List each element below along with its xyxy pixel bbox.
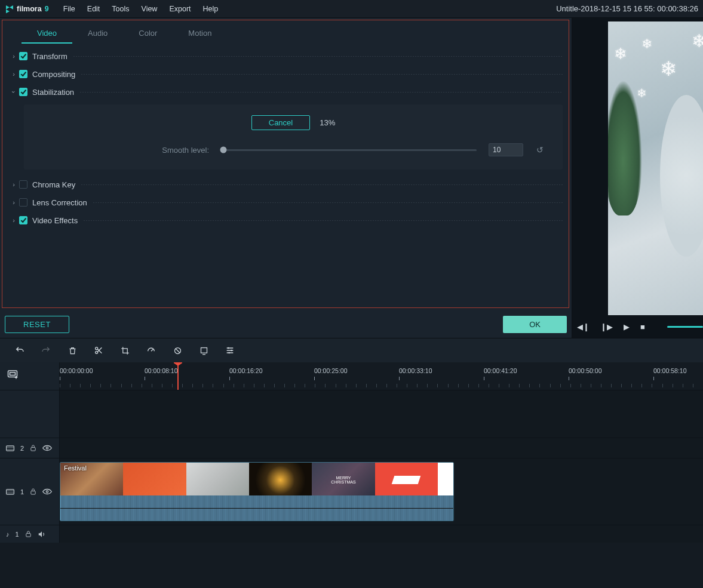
ruler-mark: 00:00:08:10 xyxy=(145,367,177,380)
project-title: Untitle-2018-12-15 15 16 55: 00:00:38:26 xyxy=(556,4,698,13)
tab-audio[interactable]: Audio xyxy=(72,24,123,44)
play-button[interactable]: ▶ xyxy=(624,322,630,331)
checkbox-stabilization[interactable] xyxy=(19,88,27,96)
preview-panel: ❄ ❄ ❄ ❄ ❄ ❄ ◀❙ ❙▶ ▶ ■ xyxy=(572,18,703,338)
stabilization-panel: Cancel 13% Smooth level: 10 ↺ xyxy=(24,104,563,170)
menu-export[interactable]: Export xyxy=(163,5,197,13)
smooth-level-label: Smooth level: xyxy=(42,146,209,155)
smooth-level-slider[interactable] xyxy=(221,149,477,151)
crop-icon[interactable] xyxy=(119,345,130,356)
video-track-icon xyxy=(6,445,14,452)
svg-rect-7 xyxy=(7,445,14,450)
lock-icon[interactable] xyxy=(25,530,32,538)
track-area[interactable] xyxy=(60,390,703,438)
chevron-right-icon: › xyxy=(8,53,19,60)
lock-icon[interactable] xyxy=(30,488,36,495)
chevron-right-icon: › xyxy=(8,70,19,78)
stop-button[interactable]: ■ xyxy=(640,322,645,331)
track-audio-1: ♪ 1 xyxy=(0,525,703,543)
lock-icon[interactable] xyxy=(30,444,36,452)
track-area[interactable] xyxy=(60,438,703,458)
svg-point-9 xyxy=(46,447,48,449)
delete-icon[interactable] xyxy=(67,345,78,356)
stabilization-progress: 13% xyxy=(320,118,335,127)
menu-file[interactable]: File xyxy=(57,5,81,13)
chevron-right-icon: › xyxy=(8,181,19,188)
ok-button[interactable]: OK xyxy=(503,316,567,333)
app-name: filmora xyxy=(17,5,42,13)
reset-button[interactable]: RESET xyxy=(5,316,69,333)
row-lens-correction[interactable]: › Lens Correction xyxy=(8,193,563,211)
eye-icon[interactable] xyxy=(42,488,52,495)
audio-track-icon: ♪ xyxy=(6,531,10,538)
svg-point-12 xyxy=(46,491,48,492)
row-transform[interactable]: › Transform xyxy=(8,47,563,65)
ruler-mark: 00:00:41:20 xyxy=(484,367,517,380)
tab-video[interactable]: Video xyxy=(22,24,72,44)
speaker-icon[interactable] xyxy=(38,531,46,538)
track-area[interactable] xyxy=(60,525,703,543)
adjust-icon[interactable] xyxy=(225,345,235,356)
track-video-2: 2 xyxy=(0,438,703,458)
row-stabilization[interactable]: › Stabilization xyxy=(8,83,563,101)
video-clip[interactable]: Festival MERRYCHRISTMAS xyxy=(60,462,454,521)
play-controls: ◀❙ ❙▶ ▶ ■ xyxy=(572,315,703,338)
label-compositing: Compositing xyxy=(32,70,75,79)
checkbox-transform[interactable] xyxy=(19,52,27,60)
smooth-level-value[interactable]: 10 xyxy=(489,143,523,156)
label-transform: Transform xyxy=(32,52,67,61)
clip-waveform xyxy=(60,495,453,521)
checkbox-chroma-key[interactable] xyxy=(19,180,27,189)
chevron-down-icon: › xyxy=(10,87,17,97)
snowflake-icon: ❄ xyxy=(637,86,647,100)
green-screen-icon[interactable] xyxy=(198,345,209,356)
label-video-effects: Video Effects xyxy=(32,216,78,225)
chevron-right-icon: › xyxy=(8,217,19,224)
app-logo: filmora9 xyxy=(5,4,49,14)
row-video-effects[interactable]: › Video Effects xyxy=(8,211,563,229)
color-icon[interactable] xyxy=(172,345,183,356)
track-index: 2 xyxy=(20,445,24,452)
track-index: 1 xyxy=(20,488,24,495)
tab-color[interactable]: Color xyxy=(123,24,173,44)
row-compositing[interactable]: › Compositing xyxy=(8,65,563,83)
menu-tools[interactable]: Tools xyxy=(106,5,135,13)
row-chroma-key[interactable]: › Chroma Key xyxy=(8,176,563,193)
snowflake-icon: ❄ xyxy=(692,30,703,51)
volume-slider[interactable] xyxy=(667,326,703,328)
chevron-right-icon: › xyxy=(8,199,19,206)
next-frame-button[interactable]: ❙▶ xyxy=(600,322,613,331)
reset-icon[interactable]: ↺ xyxy=(535,145,545,155)
checkbox-compositing[interactable] xyxy=(19,70,27,78)
snowflake-icon: ❄ xyxy=(641,36,652,52)
split-icon[interactable] xyxy=(93,345,104,356)
ruler-mark: 00:00:25:00 xyxy=(314,367,347,380)
track-index: 1 xyxy=(16,531,19,538)
preview-canvas: ❄ ❄ ❄ ❄ ❄ ❄ xyxy=(608,21,703,315)
menu-view[interactable]: View xyxy=(136,5,164,13)
cancel-button[interactable]: Cancel xyxy=(251,115,310,130)
undo-icon[interactable] xyxy=(14,345,25,356)
label-chroma-key: Chroma Key xyxy=(32,180,75,189)
app-version: 9 xyxy=(45,5,49,13)
speed-icon[interactable] xyxy=(146,345,156,356)
ruler-mark: 00:00:16:20 xyxy=(229,367,262,380)
menu-edit[interactable]: Edit xyxy=(81,5,106,13)
eye-icon[interactable] xyxy=(42,445,52,451)
track-area[interactable]: Festival MERRYCHRISTMAS xyxy=(60,458,703,525)
preview-snowman xyxy=(660,95,703,257)
tab-motion[interactable]: Motion xyxy=(173,24,227,44)
redo-icon[interactable] xyxy=(41,345,51,356)
timeline-ruler[interactable]: 00:00:00:0000:00:08:1000:00:16:2000:00:2… xyxy=(60,362,703,390)
ruler-mark: 00:00:33:10 xyxy=(399,367,432,380)
slider-thumb[interactable] xyxy=(220,147,227,153)
label-lens-correction: Lens Correction xyxy=(32,198,87,207)
menu-help[interactable]: Help xyxy=(197,5,225,13)
prev-frame-button[interactable]: ◀❙ xyxy=(577,322,590,331)
ruler-mark: 00:00:50:00 xyxy=(569,367,601,380)
add-track-icon[interactable] xyxy=(7,370,18,379)
inspector-tabs: Video Audio Color Motion xyxy=(22,24,563,44)
playhead[interactable] xyxy=(177,362,179,390)
checkbox-video-effects[interactable] xyxy=(19,216,27,224)
checkbox-lens-correction[interactable] xyxy=(19,198,27,207)
